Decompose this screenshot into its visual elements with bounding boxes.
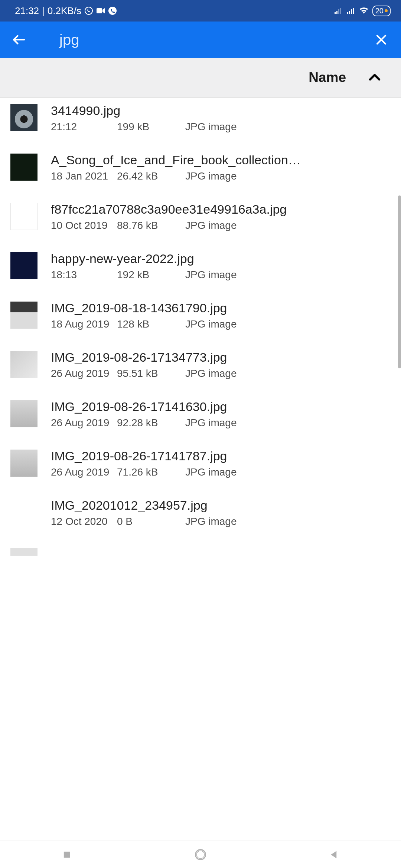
- file-thumbnail: [10, 203, 38, 230]
- file-row[interactable]: A_Song_of_Ice_and_Fire_book_collection… …: [0, 147, 401, 196]
- file-type: JPG image: [185, 417, 237, 429]
- search-input[interactable]: jpg: [33, 32, 372, 48]
- file-name: happy-new-year-2022.jpg: [51, 251, 391, 267]
- file-size: 199 kB: [117, 121, 185, 133]
- file-date: 26 Aug 2019: [51, 466, 117, 478]
- video-icon: [96, 7, 105, 14]
- app-bar: jpg: [0, 22, 401, 58]
- file-size: 95.51 kB: [117, 368, 185, 379]
- chevron-up-icon: [367, 70, 382, 85]
- system-nav-bar: [0, 841, 401, 868]
- battery-percent: 20: [375, 7, 384, 15]
- whatsapp-icon: [84, 6, 93, 15]
- file-row[interactable]: IMG_2019-08-26-17141630.jpg 26 Aug 2019 …: [0, 394, 401, 443]
- file-row[interactable]: happy-new-year-2022.jpg 18:13 192 kB JPG…: [0, 246, 401, 295]
- home-button[interactable]: [189, 848, 212, 861]
- file-thumbnail: [10, 104, 38, 131]
- svg-rect-3: [335, 12, 336, 14]
- file-thumbnail: [10, 351, 38, 378]
- signal-1-icon: [334, 7, 343, 14]
- sort-bar[interactable]: Name: [0, 58, 401, 98]
- file-row[interactable]: IMG_2019-08-18-14361790.jpg 18 Aug 2019 …: [0, 295, 401, 344]
- file-date: 26 Aug 2019: [51, 368, 117, 379]
- sort-label: Name: [309, 70, 346, 85]
- svg-point-13: [197, 851, 205, 858]
- file-thumbnail: [10, 252, 38, 279]
- file-type: JPG image: [185, 318, 237, 330]
- file-thumbnail: [10, 302, 38, 329]
- status-time: 21:32: [15, 5, 39, 17]
- file-name: IMG_2019-08-26-17134773.jpg: [51, 349, 391, 365]
- file-thumbnail: [10, 450, 38, 477]
- file-name: A_Song_of_Ice_and_Fire_book_collection…: [51, 152, 391, 168]
- file-date: 21:12: [51, 121, 117, 133]
- file-name: IMG_20201012_234957.jpg: [51, 497, 391, 513]
- svg-rect-1: [97, 8, 102, 13]
- file-type: JPG image: [185, 170, 237, 182]
- file-type: JPG image: [185, 516, 237, 527]
- file-row[interactable]: [0, 542, 401, 556]
- file-type: JPG image: [185, 121, 237, 133]
- file-date: 18 Aug 2019: [51, 318, 117, 330]
- clear-search-button[interactable]: [372, 33, 391, 47]
- file-date: 18 Jan 2021: [51, 170, 117, 182]
- file-row[interactable]: 3414990.jpg 21:12 199 kB JPG image: [0, 98, 401, 147]
- file-type: JPG image: [185, 466, 237, 478]
- svg-rect-11: [64, 851, 70, 857]
- file-name: f87fcc21a70788c3a90ee31e49916a3a.jpg: [51, 201, 391, 217]
- file-name: IMG_2019-08-18-14361790.jpg: [51, 300, 391, 316]
- recent-apps-button[interactable]: [56, 849, 78, 860]
- file-date: 10 Oct 2019: [51, 220, 117, 231]
- svg-point-0: [85, 7, 92, 14]
- file-size: 0 B: [117, 516, 185, 527]
- status-divider: |: [42, 5, 45, 17]
- back-button[interactable]: [11, 32, 33, 47]
- file-size: 71.26 kB: [117, 466, 185, 478]
- back-nav-button[interactable]: [323, 849, 345, 860]
- svg-rect-5: [338, 9, 339, 14]
- file-date: 18:13: [51, 269, 117, 281]
- scroll-thumb[interactable]: [398, 195, 401, 368]
- svg-rect-7: [347, 12, 348, 14]
- file-thumbnail: [10, 548, 38, 556]
- file-row[interactable]: f87fcc21a70788c3a90ee31e49916a3a.jpg 10 …: [0, 196, 401, 246]
- file-type: JPG image: [185, 368, 237, 379]
- file-row[interactable]: IMG_20201012_234957.jpg 12 Oct 2020 0 B …: [0, 492, 401, 542]
- file-size: 26.42 kB: [117, 170, 185, 182]
- file-type: JPG image: [185, 269, 237, 281]
- file-size: 128 kB: [117, 318, 185, 330]
- svg-point-2: [108, 7, 117, 15]
- file-size: 192 kB: [117, 269, 185, 281]
- file-date: 12 Oct 2020: [51, 516, 117, 527]
- svg-rect-6: [340, 8, 341, 14]
- svg-rect-9: [351, 9, 352, 14]
- file-size: 88.76 kB: [117, 220, 185, 231]
- status-net-speed: 0.2KB/s: [48, 5, 81, 17]
- signal-2-icon: [346, 7, 355, 14]
- file-size: 92.28 kB: [117, 417, 185, 429]
- file-type: JPG image: [185, 220, 237, 231]
- svg-rect-4: [336, 11, 338, 14]
- file-thumbnail: [10, 400, 38, 427]
- file-list: 3414990.jpg 21:12 199 kB JPG image A_Son…: [0, 98, 401, 556]
- file-name: IMG_2019-08-26-17141630.jpg: [51, 399, 391, 415]
- file-name: IMG_2019-08-26-17141787.jpg: [51, 448, 391, 464]
- phone-icon: [108, 6, 117, 15]
- svg-rect-10: [353, 8, 354, 14]
- file-row[interactable]: IMG_2019-08-26-17134773.jpg 26 Aug 2019 …: [0, 344, 401, 394]
- status-bar: 21:32 | 0.2KB/s 20: [0, 0, 401, 22]
- svg-point-12: [196, 849, 206, 859]
- file-thumbnail: [10, 499, 38, 526]
- wifi-icon: [359, 7, 369, 14]
- file-name: 3414990.jpg: [51, 103, 391, 119]
- battery-indicator: 20: [372, 6, 391, 16]
- file-row[interactable]: IMG_2019-08-26-17141787.jpg 26 Aug 2019 …: [0, 443, 401, 492]
- file-thumbnail: [10, 154, 38, 181]
- file-date: 26 Aug 2019: [51, 417, 117, 429]
- svg-rect-8: [349, 11, 350, 14]
